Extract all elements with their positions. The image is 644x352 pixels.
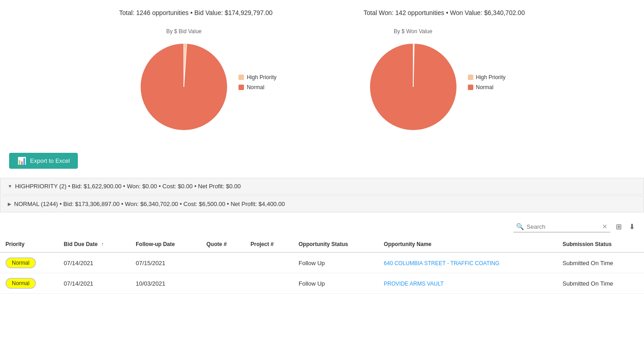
normal-text: NORMAL (1244) • Bid: $173,306,897.00 • W… — [14, 201, 285, 207]
bid-chart-container: By $ Bid Value High Priority — [138, 25, 276, 139]
opportunities-table: Priority Bid Due Date ↑ Follow-up Date Q… — [0, 236, 644, 294]
cell-bid-due-1: 07/14/2021 — [58, 273, 130, 294]
normal-label: Normal — [247, 84, 264, 91]
cell-opp-name-0[interactable]: 640 COLUMBIA STREET - TRAFFIC COATING — [378, 252, 557, 273]
total-label: Total: 1246 opportunities • Bid Value: $… — [119, 9, 273, 16]
cell-submission-0: Submitted On Time — [557, 252, 644, 273]
won-normal-dot — [468, 85, 473, 90]
won-high-priority-dot — [468, 75, 473, 80]
won-normal-label: Normal — [476, 84, 494, 91]
opp-name-link-0[interactable]: 640 COLUMBIA STREET - TRAFFIC COATING — [384, 260, 499, 267]
won-legend-normal: Normal — [468, 84, 506, 91]
cell-followup-0: 07/15/2021 — [130, 252, 201, 273]
cell-status-1: Follow Up — [293, 273, 378, 294]
cell-status-0: Follow Up — [293, 252, 378, 273]
col-submission-status[interactable]: Submission Status — [557, 236, 644, 252]
won-chart-container: By $ Won Value High Priority Normal — [368, 25, 506, 139]
total-stat: Total: 1246 opportunities • Bid Value: $… — [119, 9, 273, 16]
bid-legend-high: High Priority — [238, 74, 276, 80]
table-toolbar: 🔍 ✕ ⊞ ⬇ — [0, 217, 644, 236]
cell-priority-1: Normal — [0, 273, 58, 294]
search-clear-button[interactable]: ✕ — [602, 223, 608, 230]
export-label: Export to Excel — [30, 157, 70, 164]
cell-project-1 — [245, 273, 293, 294]
col-opp-name[interactable]: Opportunity Name — [378, 236, 557, 252]
won-legend-high: High Priority — [468, 74, 506, 80]
col-opp-status[interactable]: Opportunity Status — [293, 236, 378, 252]
won-pie-chart — [368, 35, 459, 139]
export-excel-button[interactable]: 📊 Export to Excel — [9, 153, 78, 169]
groups-container: ▼ HIGHPRIORITY (2) • Bid: $1,622,900.00 … — [0, 178, 644, 212]
cell-project-0 — [245, 252, 293, 273]
columns-toggle-icon[interactable]: ⊞ — [614, 221, 624, 233]
highpriority-arrow: ▼ — [8, 184, 12, 189]
priority-badge-0: Normal — [5, 257, 36, 268]
won-stat: Total Won: 142 opportunities • Won Value… — [364, 9, 525, 16]
table-section: 🔍 ✕ ⊞ ⬇ Priority Bid Due Date ↑ Follow-u… — [0, 217, 644, 294]
table-header: Priority Bid Due Date ↑ Follow-up Date Q… — [0, 236, 644, 252]
col-priority[interactable]: Priority — [0, 236, 58, 252]
bid-pie-chart — [138, 35, 229, 139]
high-priority-label: High Priority — [247, 74, 276, 80]
bid-chart-title: By $ Bid Value — [138, 28, 229, 35]
won-high-priority-label: High Priority — [476, 74, 506, 80]
table-row: Normal 07/14/2021 10/03/2021 Follow Up P… — [0, 273, 644, 294]
stats-row: Total: 1246 opportunities • Bid Value: $… — [0, 0, 644, 21]
won-label: Total Won: 142 opportunities • Won Value… — [364, 9, 525, 16]
group-highpriority[interactable]: ▼ HIGHPRIORITY (2) • Bid: $1,622,900.00 … — [0, 178, 644, 195]
won-chart-title: By $ Won Value — [368, 28, 459, 35]
cell-opp-name-1[interactable]: PROVIDE ARMS VAULT — [378, 273, 557, 294]
cell-followup-1: 10/03/2021 — [130, 273, 201, 294]
group-normal[interactable]: ▶ NORMAL (1244) • Bid: $173,306,897.00 •… — [0, 196, 644, 212]
cell-bid-due-0: 07/14/2021 — [58, 252, 130, 273]
table-body: Normal 07/14/2021 07/15/2021 Follow Up 6… — [0, 252, 644, 294]
cell-quote-1 — [201, 273, 245, 294]
charts-row: By $ Bid Value High Priority — [0, 21, 644, 148]
priority-badge-1: Normal — [5, 278, 36, 289]
cell-priority-0: Normal — [0, 252, 58, 273]
search-icon: 🔍 — [516, 223, 524, 230]
col-quote-num[interactable]: Quote # — [201, 236, 245, 252]
col-project-num[interactable]: Project # — [245, 236, 293, 252]
highpriority-text: HIGHPRIORITY (2) • Bid: $1,622,900.00 • … — [15, 183, 241, 190]
cell-quote-0 — [201, 252, 245, 273]
high-priority-dot — [238, 75, 244, 80]
search-box[interactable]: 🔍 ✕ — [513, 221, 610, 232]
cell-submission-1: Submitted On Time — [557, 273, 644, 294]
bid-legend-normal: Normal — [238, 84, 276, 91]
normal-arrow: ▶ — [8, 201, 11, 206]
normal-dot — [238, 85, 244, 90]
col-followup-date[interactable]: Follow-up Date — [130, 236, 201, 252]
table-row: Normal 07/14/2021 07/15/2021 Follow Up 6… — [0, 252, 644, 273]
col-bid-due-date[interactable]: Bid Due Date ↑ — [58, 236, 130, 252]
export-icon: 📊 — [17, 156, 26, 165]
won-chart-legend: High Priority Normal — [468, 74, 506, 91]
opp-name-link-1[interactable]: PROVIDE ARMS VAULT — [384, 281, 444, 287]
download-icon[interactable]: ⬇ — [627, 221, 637, 233]
sort-arrow-bid-due: ↑ — [101, 241, 104, 247]
bid-chart-legend: High Priority Normal — [238, 74, 276, 91]
search-input[interactable] — [527, 223, 599, 230]
